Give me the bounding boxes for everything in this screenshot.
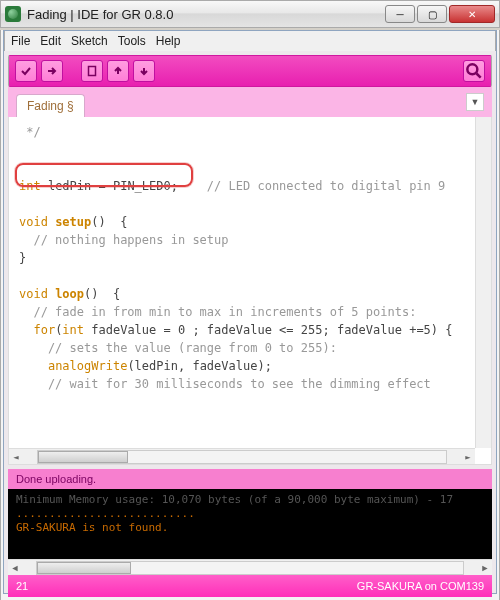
scroll-left-icon[interactable]: ◄ bbox=[8, 561, 22, 575]
code-editor[interactable]: */ int ledPin = PIN_LED0; // LED connect… bbox=[8, 117, 492, 465]
code-content: */ int ledPin = PIN_LED0; // LED connect… bbox=[9, 117, 491, 399]
new-button[interactable] bbox=[81, 60, 103, 82]
save-button[interactable] bbox=[133, 60, 155, 82]
port-label: GR-SAKURA on COM139 bbox=[357, 580, 484, 592]
console-hscroll[interactable]: ◄ ► bbox=[8, 559, 492, 575]
maximize-button[interactable]: ▢ bbox=[417, 5, 447, 23]
upload-button[interactable] bbox=[41, 60, 63, 82]
menu-edit[interactable]: Edit bbox=[40, 34, 61, 48]
svg-point-1 bbox=[467, 64, 477, 74]
open-button[interactable] bbox=[107, 60, 129, 82]
console-hscroll-thumb[interactable] bbox=[37, 562, 131, 574]
console-line: ........................... bbox=[16, 507, 484, 521]
editor-hscroll[interactable]: ◄ ► bbox=[9, 448, 475, 464]
menu-file[interactable]: File bbox=[11, 34, 30, 48]
menu-tools[interactable]: Tools bbox=[118, 34, 146, 48]
svg-rect-0 bbox=[89, 67, 96, 76]
console-line: Minimum Memory usage: 10,070 bytes (of a… bbox=[16, 493, 484, 507]
serial-monitor-button[interactable] bbox=[463, 60, 485, 82]
line-number: 21 bbox=[16, 580, 28, 592]
console-line: GR-SAKURA is not found. bbox=[16, 521, 484, 535]
app-icon bbox=[5, 6, 21, 22]
tab-fading[interactable]: Fading § bbox=[16, 94, 85, 117]
close-button[interactable]: ✕ bbox=[449, 5, 495, 23]
upload-status: Done uploading. bbox=[8, 469, 492, 489]
menubar: File Edit Sketch Tools Help bbox=[4, 31, 496, 51]
menu-sketch[interactable]: Sketch bbox=[71, 34, 108, 48]
scroll-right-icon[interactable]: ► bbox=[461, 450, 475, 464]
toolbar bbox=[8, 55, 492, 87]
console[interactable]: Minimum Memory usage: 10,070 bytes (of a… bbox=[8, 489, 492, 559]
titlebar: Fading | IDE for GR 0.8.0 ─ ▢ ✕ bbox=[0, 0, 500, 28]
window-title: Fading | IDE for GR 0.8.0 bbox=[27, 7, 385, 22]
menu-help[interactable]: Help bbox=[156, 34, 181, 48]
statusbar: 21 GR-SAKURA on COM139 bbox=[8, 575, 492, 597]
tab-menu-button[interactable]: ▼ bbox=[466, 93, 484, 111]
editor-hscroll-thumb[interactable] bbox=[38, 451, 128, 463]
editor-vscroll[interactable] bbox=[475, 117, 491, 448]
scroll-left-icon[interactable]: ◄ bbox=[9, 450, 23, 464]
scroll-right-icon[interactable]: ► bbox=[478, 561, 492, 575]
verify-button[interactable] bbox=[15, 60, 37, 82]
minimize-button[interactable]: ─ bbox=[385, 5, 415, 23]
tab-row: Fading § ▼ bbox=[8, 87, 492, 117]
